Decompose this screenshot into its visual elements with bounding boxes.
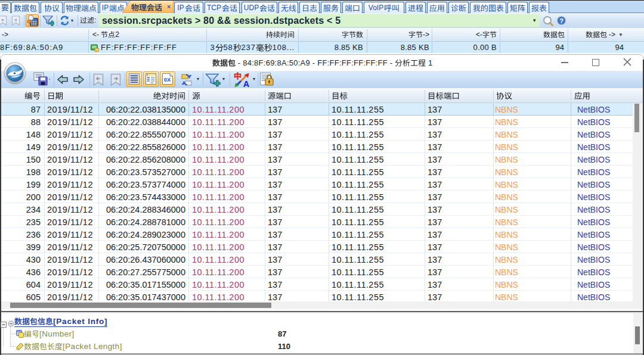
svg-text:0X: 0X	[164, 76, 171, 83]
svg-text:A: A	[243, 79, 250, 88]
svg-text:?: ?	[559, 17, 564, 24]
